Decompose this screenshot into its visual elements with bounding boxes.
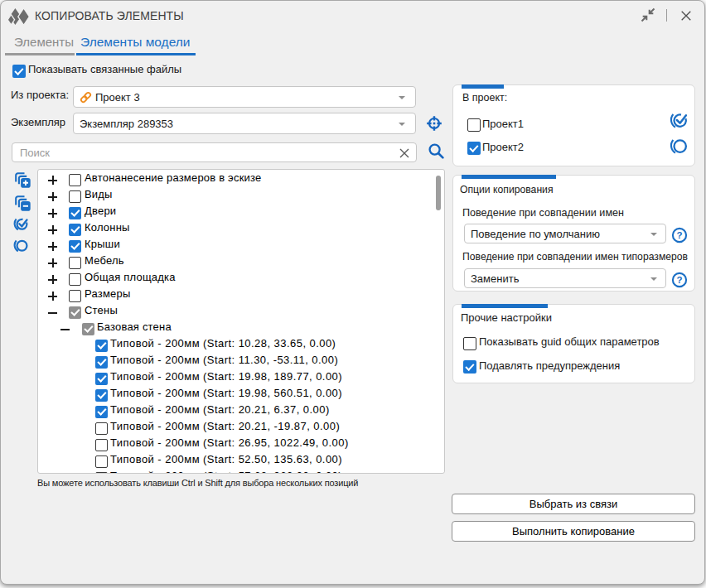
svg-text:?: ? (676, 230, 682, 240)
svg-text:?: ? (676, 275, 682, 285)
